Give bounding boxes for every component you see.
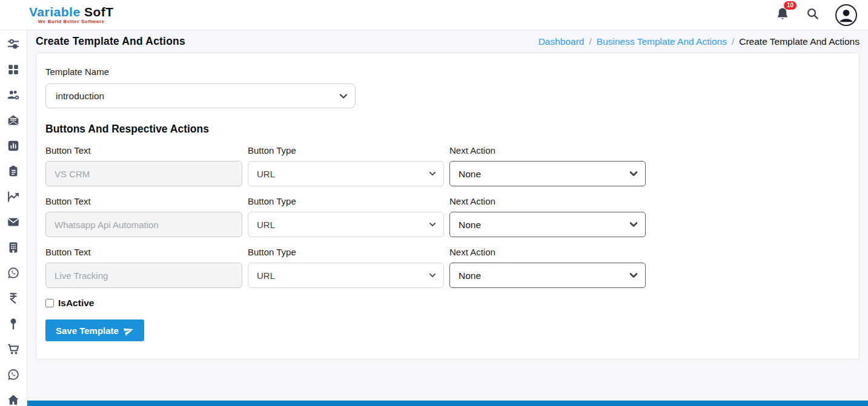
- next-action-select-2[interactable]: None: [449, 212, 646, 237]
- shopping-cart-icon[interactable]: [7, 342, 20, 356]
- app-header: Variable SofT We Build Better Software 1…: [0, 0, 868, 30]
- map-pin-icon[interactable]: [7, 317, 20, 330]
- button-type-label: Button Type: [248, 196, 444, 206]
- line-chart-icon[interactable]: [7, 190, 20, 203]
- dashboard-grid-icon[interactable]: [7, 63, 20, 76]
- whatsapp-icon[interactable]: [7, 266, 20, 280]
- button-text-label: Button Text: [45, 145, 242, 156]
- clipboard-list-icon[interactable]: [7, 165, 20, 178]
- button-text-label: Button Text: [45, 247, 242, 257]
- notifications-button[interactable]: 10: [775, 7, 790, 24]
- template-name-label: Template Name: [45, 67, 850, 77]
- button-text-input-3[interactable]: [45, 263, 242, 288]
- rupee-icon[interactable]: [7, 292, 20, 305]
- search-icon: [806, 7, 820, 23]
- button-type-select-2[interactable]: URL: [248, 212, 444, 237]
- footer-bar: [27, 401, 868, 406]
- notification-badge: 10: [784, 1, 797, 10]
- main-content: Create Template And Actions Dashboard / …: [27, 30, 868, 406]
- isactive-checkbox[interactable]: [45, 299, 54, 307]
- button-type-select-1[interactable]: URL: [248, 161, 444, 186]
- next-action-label: Next Action: [449, 196, 646, 206]
- button-text-input-1[interactable]: [45, 161, 242, 186]
- sliders-icon[interactable]: [7, 38, 20, 51]
- breadcrumb-dashboard[interactable]: Dashboard: [538, 36, 585, 47]
- brand-name: Variable SofT: [29, 5, 114, 18]
- button-text-label: Button Text: [45, 196, 242, 206]
- send-icon: [122, 324, 135, 336]
- person-icon: [837, 6, 855, 24]
- buttons-actions-section-title: Buttons And Respective Actions: [45, 123, 850, 136]
- home-icon[interactable]: [7, 393, 20, 406]
- breadcrumb: Dashboard / Business Template And Action…: [538, 36, 860, 47]
- search-button[interactable]: [806, 7, 820, 23]
- building-icon[interactable]: [7, 241, 20, 254]
- breadcrumb-business-template[interactable]: Business Template And Actions: [597, 36, 727, 47]
- next-action-select-1[interactable]: None: [449, 161, 646, 186]
- brand-logo[interactable]: Variable SofT We Build Better Software: [29, 5, 114, 24]
- button-type-label: Button Type: [248, 247, 444, 257]
- isactive-label: IsActive: [58, 298, 94, 309]
- breadcrumb-separator: /: [589, 36, 591, 47]
- button-type-select-3[interactable]: URL: [248, 263, 444, 288]
- breadcrumb-separator: /: [732, 36, 734, 47]
- breadcrumb-current: Create Template And Actions: [739, 36, 860, 47]
- template-name-select[interactable]: introduction: [45, 83, 356, 108]
- sidebar-nav: [0, 30, 27, 406]
- whatsapp-icon[interactable]: [7, 368, 20, 381]
- bell-icon: [775, 13, 790, 23]
- envelope-icon[interactable]: [7, 215, 20, 229]
- next-action-select-3[interactable]: None: [449, 263, 646, 288]
- users-gear-icon[interactable]: [7, 88, 20, 102]
- user-avatar[interactable]: [835, 4, 857, 26]
- bar-chart-icon[interactable]: [7, 139, 20, 152]
- next-action-label: Next Action: [449, 145, 646, 156]
- page-title: Create Template And Actions: [36, 35, 185, 48]
- next-action-label: Next Action: [449, 247, 646, 257]
- button-text-input-2[interactable]: [45, 212, 242, 237]
- brand-tagline: We Build Better Software: [29, 19, 114, 24]
- button-type-label: Button Type: [248, 145, 444, 156]
- envelope-open-icon[interactable]: [7, 114, 20, 127]
- save-template-button[interactable]: Save Template: [45, 319, 144, 341]
- content-filler: [27, 359, 868, 401]
- template-form-card: Template Name introduction Buttons And R…: [36, 53, 860, 359]
